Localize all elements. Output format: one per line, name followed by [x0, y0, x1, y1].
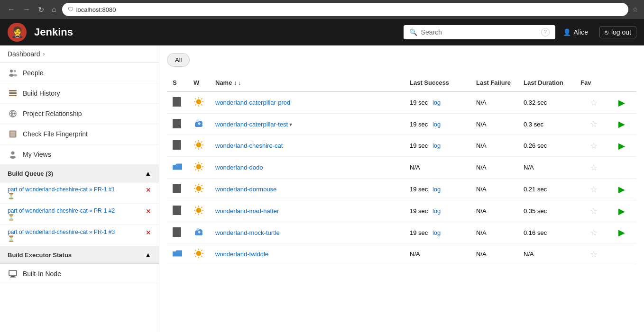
all-button[interactable]: All [167, 53, 190, 67]
refresh-button[interactable]: ↻ [36, 3, 46, 16]
svg-point-33 [196, 119, 199, 122]
favorite-button[interactable]: ☆ [590, 184, 598, 195]
last-success-cell: N/A [404, 157, 470, 179]
favorite-button[interactable]: ☆ [590, 141, 598, 151]
search-help-icon[interactable]: ? [541, 28, 550, 36]
last-duration-value: N/A [524, 164, 534, 171]
log-link[interactable]: log [432, 207, 441, 215]
svg-line-55 [195, 169, 196, 170]
weather-cell [188, 222, 210, 243]
book-icon [173, 206, 181, 215]
back-button[interactable]: ← [6, 3, 17, 16]
last-success-time: 19 sec [410, 142, 428, 149]
col-header-name[interactable]: Name ↓ [210, 74, 404, 91]
run-button[interactable]: ▶ [618, 119, 625, 129]
dropdown-arrow[interactable]: ▾ [289, 121, 292, 128]
col-header-last-duration: Last Duration [518, 74, 575, 91]
job-link[interactable]: wonderland-caterpillar-prod [215, 99, 290, 106]
log-link[interactable]: log [432, 99, 441, 106]
dashboard-link[interactable]: Dashboard [8, 50, 40, 58]
last-duration-cell: 0.35 sec [518, 200, 575, 222]
favorite-button[interactable]: ☆ [590, 206, 598, 216]
job-link[interactable]: wonderland-caterpillar-test [215, 121, 288, 128]
sidebar-item-people[interactable]: People [0, 63, 159, 83]
job-link[interactable]: wonderland-dodo [215, 164, 263, 171]
last-failure-value: N/A [476, 142, 487, 149]
star-icon[interactable]: ☆ [632, 6, 638, 13]
favorite-button[interactable]: ☆ [590, 98, 598, 108]
project-relationship-label: Project Relationship [23, 110, 82, 117]
svg-point-2 [14, 70, 16, 72]
last-success-time: 19 sec [410, 229, 428, 236]
weather-icon [193, 144, 204, 152]
url-bar[interactable]: 🛡 localhost:8080 [62, 3, 628, 16]
status-cell [167, 114, 188, 135]
job-link[interactable]: wonderland-cheshire-cat [215, 142, 283, 149]
status-cell [167, 243, 188, 265]
logout-button[interactable]: ⎋ log out [599, 26, 636, 38]
fav-cell: ☆ [575, 179, 613, 200]
run-button[interactable]: ▶ [618, 184, 625, 195]
job-link[interactable]: wonderland-mad-hatter [215, 207, 279, 215]
build-history-label: Build History [23, 90, 60, 97]
weather-icon [193, 166, 204, 173]
my-views-icon [8, 149, 18, 160]
sidebar-item-fingerprint[interactable]: Check File Fingerprint [0, 124, 159, 144]
search-bar[interactable]: 🔍 ? [404, 25, 555, 39]
last-duration-cell: 0.3 sec [518, 114, 575, 135]
job-name-cell: wonderland-mad-hatter [210, 200, 404, 222]
run-button[interactable]: ▶ [618, 98, 625, 108]
queue-item-3-cancel[interactable]: ✕ [146, 229, 151, 236]
forward-button[interactable]: → [21, 3, 32, 16]
svg-line-28 [195, 104, 196, 105]
svg-point-80 [196, 228, 199, 231]
run-button[interactable]: ▶ [618, 141, 625, 151]
run-button[interactable]: ▶ [618, 206, 625, 216]
favorite-button[interactable]: ☆ [590, 119, 598, 129]
build-executor-header[interactable]: Build Executor Status ▲ [0, 246, 159, 264]
job-link[interactable]: wonderland-mock-turtle [215, 229, 280, 236]
svg-line-43 [201, 147, 202, 148]
job-link[interactable]: wonderland-twiddle [215, 251, 268, 258]
table-row: wonderland-mad-hatter19 sec logN/A0.35 s… [167, 200, 636, 222]
sidebar-item-build-history[interactable]: Build History [0, 83, 159, 104]
built-in-node[interactable]: Built-In Node [0, 264, 159, 284]
sidebar-item-project-relationship[interactable]: Project Relationship [0, 104, 159, 124]
search-input[interactable] [421, 28, 537, 36]
favorite-button[interactable]: ☆ [590, 249, 598, 260]
log-link[interactable]: log [432, 121, 441, 128]
log-link[interactable]: log [432, 142, 441, 149]
people-label: People [23, 69, 44, 77]
folder-icon [173, 250, 182, 257]
job-link[interactable]: wonderland-dormouse [215, 186, 276, 193]
breadcrumb-chevron: › [43, 51, 45, 57]
queue-item-2-cancel[interactable]: ✕ [146, 207, 151, 215]
last-failure-cell: N/A [470, 114, 518, 135]
favorite-button[interactable]: ☆ [590, 227, 598, 238]
play-cell: ▶ [613, 135, 636, 157]
favorite-button[interactable]: ☆ [590, 162, 598, 173]
queue-item-2-link[interactable]: part of wonderland-cheshire-cat » PR-1 #… [8, 207, 115, 214]
build-queue-header[interactable]: Build Queue (3) ▲ [0, 165, 159, 182]
svg-line-54 [201, 163, 202, 164]
logout-icon: ⎋ [605, 28, 608, 36]
last-duration-cell: 0.32 sec [518, 91, 575, 114]
col-header-actions [613, 74, 636, 91]
svg-line-90 [201, 256, 202, 257]
last-failure-value: N/A [476, 164, 487, 171]
last-failure-value: N/A [476, 251, 487, 258]
sidebar-item-my-views[interactable]: My Views [0, 144, 159, 165]
run-button[interactable]: ▶ [618, 227, 625, 238]
sidebar: Dashboard › People [0, 45, 159, 332]
log-link[interactable]: log [432, 229, 441, 236]
fav-cell: ☆ [575, 91, 613, 114]
weather-cell [188, 200, 210, 222]
queue-item-3-link[interactable]: part of wonderland-cheshire-cat » PR-1 #… [8, 229, 115, 235]
last-success-cell: N/A [404, 243, 470, 265]
home-button[interactable]: ⌂ [50, 3, 58, 16]
queue-item-1-cancel[interactable]: ✕ [146, 186, 151, 194]
log-link[interactable]: log [432, 186, 441, 193]
job-name-cell: wonderland-caterpillar-prod [210, 91, 404, 114]
queue-item-1-link[interactable]: part of wonderland-cheshire-cat » PR-1 #… [8, 186, 115, 193]
last-duration-cell: N/A [518, 243, 575, 265]
